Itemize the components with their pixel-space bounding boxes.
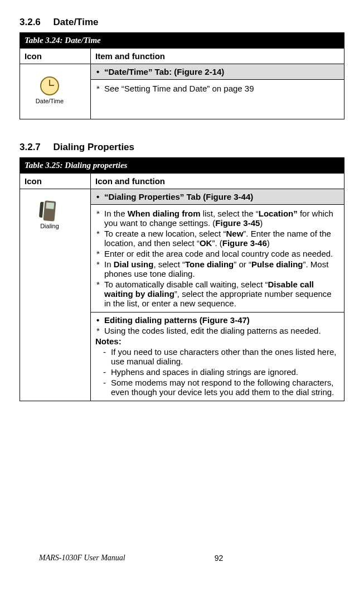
page-number: 92 bbox=[215, 554, 224, 562]
list-item: Using the codes listed, edit the dialing… bbox=[95, 326, 339, 335]
col-header-function: Icon and function bbox=[91, 174, 344, 189]
col-header-function: Item and function bbox=[91, 49, 344, 64]
icon-label: Date/Time bbox=[36, 98, 64, 104]
subsection-title: Editing dialing patterns (Figure 3-47) bbox=[95, 315, 339, 325]
clock-icon bbox=[36, 74, 63, 98]
page-footer: MARS-1030F User Manual 92 bbox=[39, 554, 325, 562]
table-dialing: Table 3.25: Dialing properties Icon Icon… bbox=[20, 157, 344, 401]
notes-label: Notes: bbox=[95, 336, 339, 346]
table-datetime: Table 3.24: Date/Time Icon Item and func… bbox=[20, 32, 344, 119]
table-caption: Table 3.24: Date/Time bbox=[20, 33, 344, 49]
list-item: See “Setting Time and Date” on page 39 bbox=[95, 84, 339, 93]
table-row: See “Setting Time and Date” on page 39 bbox=[91, 80, 344, 119]
list-item: If you need to use characters other than… bbox=[103, 347, 339, 366]
table-caption: Table 3.25: Dialing properties bbox=[20, 158, 344, 174]
list-item: In the When dialing from list, select th… bbox=[95, 209, 339, 228]
section-title: Dialing Properties bbox=[54, 142, 134, 152]
list-item: Enter or edit the area code and local co… bbox=[95, 249, 339, 258]
list-item: To automatically disable call waiting, s… bbox=[95, 280, 339, 308]
list-item: To create a new location, select “New”. … bbox=[95, 229, 339, 248]
table-row: “Date/Time” Tab: (Figure 2-14) bbox=[91, 64, 344, 80]
col-header-icon: Icon bbox=[20, 49, 91, 64]
section-number: 3.2.6 bbox=[20, 17, 41, 27]
phone-icon bbox=[36, 199, 63, 223]
icon-label: Dialing bbox=[40, 223, 59, 229]
table-row: In the When dialing from list, select th… bbox=[91, 205, 344, 312]
section-heading-datetime: 3.2.6 Date/Time bbox=[20, 17, 344, 28]
table-row: “Dialing Properties” Tab (Figure 3-44) bbox=[91, 189, 344, 205]
table-row: Editing dialing patterns (Figure 3-47) U… bbox=[91, 312, 344, 401]
tab-title: “Dialing Properties” Tab (Figure 3-44) bbox=[95, 192, 339, 201]
footer-manual-title: MARS-1030F User Manual bbox=[39, 554, 125, 562]
section-number: 3.2.7 bbox=[20, 142, 41, 152]
section-title: Date/Time bbox=[54, 17, 99, 27]
list-item: Hyphens and spaces in dialing strings ar… bbox=[103, 367, 339, 377]
icon-cell-dialing: Dialing bbox=[20, 189, 91, 401]
list-item: In Dial using, select “Tone dialing” or … bbox=[95, 259, 339, 278]
col-header-icon: Icon bbox=[20, 174, 91, 189]
list-item: Some modems may not respond to the follo… bbox=[103, 378, 339, 397]
tab-title: “Date/Time” Tab: (Figure 2-14) bbox=[95, 67, 339, 76]
section-heading-dialing: 3.2.7 Dialing Properties bbox=[20, 142, 344, 153]
icon-cell-datetime: Date/Time bbox=[20, 64, 91, 119]
